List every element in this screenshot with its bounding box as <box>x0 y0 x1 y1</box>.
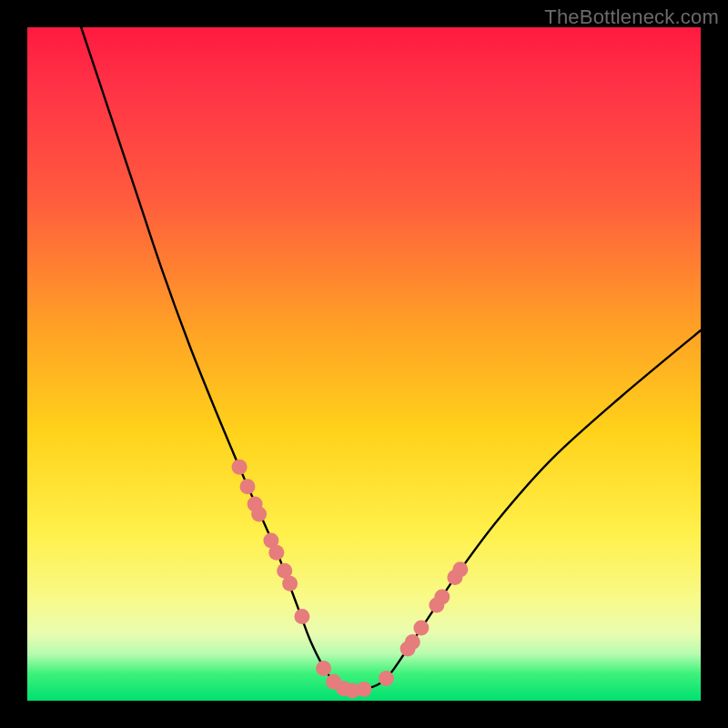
marker-dot <box>357 682 372 697</box>
marker-dot <box>282 576 298 592</box>
marker-dot <box>316 661 331 676</box>
chart-frame: TheBottleneck.com <box>0 0 728 728</box>
marker-dot <box>268 545 284 561</box>
highlight-markers <box>232 460 469 699</box>
marker-dot <box>240 479 256 494</box>
marker-dot <box>251 507 267 522</box>
marker-dot <box>405 634 420 650</box>
marker-dot <box>413 621 429 636</box>
bottleneck-curve <box>81 27 701 691</box>
marker-dot <box>379 671 394 686</box>
marker-dot <box>294 609 309 624</box>
marker-dot <box>434 590 450 605</box>
marker-dot <box>232 460 248 475</box>
marker-dot <box>452 561 468 577</box>
chart-svg <box>27 27 701 701</box>
plot-area <box>27 27 701 701</box>
watermark-text: TheBottleneck.com <box>544 5 719 29</box>
